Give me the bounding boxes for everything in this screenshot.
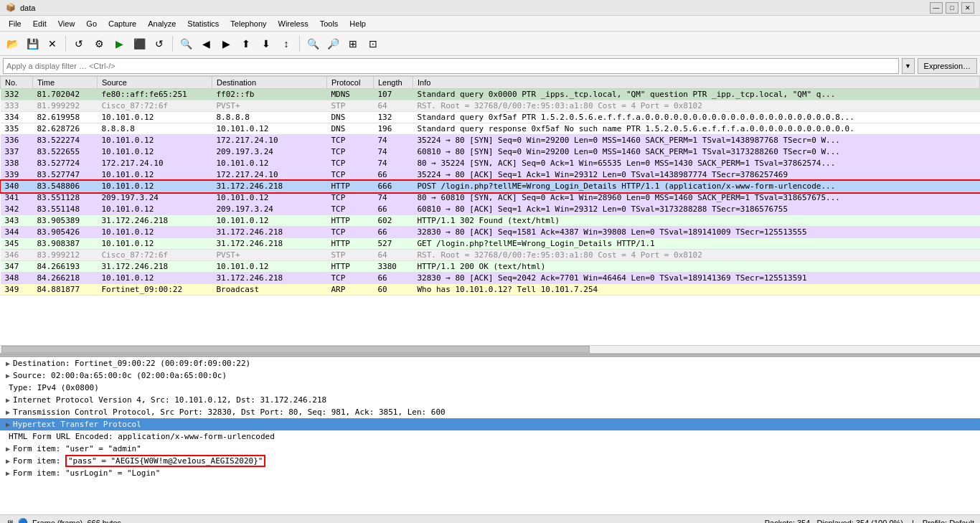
table-row[interactable]: 34283.55114810.101.0.12209.197.3.24TCP66… xyxy=(1,204,980,215)
menubar: FileEditViewGoCaptureAnalyzeStatisticsTe… xyxy=(0,16,980,32)
go-last-button[interactable]: ⬇ xyxy=(257,34,275,53)
detail-arrow: ▶ xyxy=(6,469,10,477)
col-header-info: Info xyxy=(413,77,980,89)
table-row[interactable]: 34683.999212Cisco_87:72:6fPVST+STP64RST.… xyxy=(1,250,980,261)
find-button[interactable]: 🔍 xyxy=(176,34,195,53)
detail-arrow: ▶ xyxy=(6,396,10,404)
packet-tbody: 33281.702042fe80::aff:fe65:251ff02::fbMD… xyxy=(1,89,980,296)
menu-item-tools[interactable]: Tools xyxy=(314,16,344,32)
table-row[interactable]: 33281.702042fe80::aff:fe65:251ff02::fbMD… xyxy=(1,89,980,100)
expression-button[interactable]: Expression… xyxy=(918,58,977,74)
open-button[interactable]: 📂 xyxy=(3,34,22,53)
horizontal-scrollbar[interactable] xyxy=(0,345,980,354)
detail-item[interactable]: ▶Source: 02:00:0a:65:00:0c (02:00:0a:65:… xyxy=(0,369,980,382)
menu-item-file[interactable]: File xyxy=(3,16,27,32)
menu-item-wireless[interactable]: Wireless xyxy=(273,16,314,32)
table-row[interactable]: 34483.90542610.101.0.1231.172.246.218TCP… xyxy=(1,227,980,238)
detail-text: Form item: "usrLogin" = "Login" xyxy=(13,468,160,478)
detail-text: Internet Protocol Version 4, Src: 10.101… xyxy=(13,395,326,405)
table-row[interactable]: 34083.54880610.101.0.1231.172.246.218HTT… xyxy=(1,181,980,192)
app-icon: 📦 xyxy=(6,3,16,12)
detail-item[interactable]: ▶Form item: "user" = "admin" xyxy=(0,443,980,455)
titlebar-left: 📦 data xyxy=(6,3,35,12)
detail-text: Type: IPv4 (0x0800) xyxy=(9,383,99,392)
table-row[interactable]: 34784.26619331.172.246.21810.101.0.12HTT… xyxy=(1,261,980,273)
detail-text: Source: 02:00:0a:65:00:0c (02:00:0a:65:0… xyxy=(13,371,227,380)
detail-item[interactable]: ▶Hypertext Transfer Protocol xyxy=(0,418,980,430)
detail-text: Hypertext Transfer Protocol xyxy=(13,420,141,429)
next-button[interactable]: ▶ xyxy=(217,34,235,53)
start-capture-button[interactable]: ▶ xyxy=(110,34,128,53)
menu-item-edit[interactable]: Edit xyxy=(27,16,52,32)
table-row[interactable]: 33783.52265510.101.0.12209.197.3.24TCP74… xyxy=(1,146,980,158)
col-header-no: No. xyxy=(1,77,33,89)
detail-arrow: ▶ xyxy=(6,445,10,453)
toolbar-sep-2 xyxy=(172,36,173,52)
packet-table: No. Time Source Destination Protocol Len… xyxy=(0,76,980,296)
prev-button[interactable]: ◀ xyxy=(197,34,215,53)
detail-item[interactable]: ▶Destination: Fortinet_09:00:22 (00:09:0… xyxy=(0,357,980,369)
col-header-time: Time xyxy=(33,77,98,89)
packet-scroll[interactable]: No. Time Source Destination Protocol Len… xyxy=(0,76,980,345)
zoom-out-button[interactable]: 🔎 xyxy=(324,34,342,53)
titlebar-controls: — □ ✕ xyxy=(930,2,974,14)
restart-capture-button[interactable]: ↺ xyxy=(150,34,169,53)
capture-options-button[interactable]: ⚙ xyxy=(90,34,108,53)
stop-capture-button[interactable]: ⬛ xyxy=(130,34,149,53)
reload-button[interactable]: ↺ xyxy=(70,34,88,53)
table-row[interactable]: 33883.527724172.217.24.1010.101.0.12TCP7… xyxy=(1,158,980,169)
menu-item-telephony[interactable]: Telephony xyxy=(225,16,272,32)
menu-item-capture[interactable]: Capture xyxy=(103,16,142,32)
status-profile: Profile: Default xyxy=(923,519,974,524)
col-header-dst: Destination xyxy=(212,77,327,89)
col-header-proto: Protocol xyxy=(327,77,374,89)
close-button[interactable]: ✕ xyxy=(961,2,974,14)
table-row[interactable]: 33983.52774710.101.0.12172.217.24.10TCP6… xyxy=(1,169,980,181)
table-row[interactable]: 33482.61995810.101.0.128.8.8.8DNS132Stan… xyxy=(1,112,980,123)
detail-text: Form item: "pass" = "AEGIS{W0W!m@2ve1ous… xyxy=(13,456,265,466)
status-packets-info: Packets: 354 · Displayed: 354 (100.0%) xyxy=(765,519,903,524)
status-separator: | xyxy=(912,519,914,524)
table-row[interactable]: 33381.999292Cisco_87:72:6fPVST+STP64RST.… xyxy=(1,100,980,112)
menu-item-view[interactable]: View xyxy=(52,16,81,32)
detail-text: Destination: Fortinet_09:00:22 (00:09:0f… xyxy=(13,359,250,368)
menu-item-go[interactable]: Go xyxy=(80,16,103,32)
packet-header: No. Time Source Destination Protocol Len… xyxy=(1,77,980,89)
detail-text: Transmission Control Protocol, Src Port:… xyxy=(13,407,446,417)
detail-arrow: ▶ xyxy=(6,359,10,367)
status-left: 🖥 🔵 Frame (frame), 666 bytes xyxy=(6,518,121,523)
table-row[interactable]: 34583.90838710.101.0.1231.172.246.218HTT… xyxy=(1,238,980,250)
table-row[interactable]: 34884.26621810.101.0.1231.172.246.218TCP… xyxy=(1,273,980,284)
save-button[interactable]: 💾 xyxy=(23,34,42,53)
menu-item-help[interactable]: Help xyxy=(344,16,372,32)
status-icon1: 🖥 xyxy=(6,519,14,524)
status-right: Packets: 354 · Displayed: 354 (100.0%) |… xyxy=(765,519,974,524)
menu-item-analyze[interactable]: Analyze xyxy=(142,16,182,32)
table-row[interactable]: 33683.52227410.101.0.12172.217.24.10TCP7… xyxy=(1,135,980,146)
table-row[interactable]: 34984.881877Fortinet_09:00:22BroadcastAR… xyxy=(1,284,980,296)
detail-item[interactable]: ▶Internet Protocol Version 4, Src: 10.10… xyxy=(0,394,980,406)
close-capture-button[interactable]: ✕ xyxy=(43,34,62,53)
detail-item[interactable]: ▶Transmission Control Protocol, Src Port… xyxy=(0,406,980,418)
filter-dropdown-button[interactable]: ▼ xyxy=(902,58,915,74)
table-row[interactable]: 34183.551128209.197.3.2410.101.0.12TCP74… xyxy=(1,192,980,204)
resize-columns-button[interactable]: ⊡ xyxy=(364,34,382,53)
detail-item[interactable]: ▶Form item: "pass" = "AEGIS{W0W!m@2ve1ou… xyxy=(0,455,980,467)
table-row[interactable]: 34383.90538931.172.246.21810.101.0.12HTT… xyxy=(1,215,980,227)
detail-item[interactable]: Type: IPv4 (0x0800) xyxy=(0,382,980,394)
zoom-in-button[interactable]: 🔍 xyxy=(303,34,322,53)
normal-size-button[interactable]: ⊞ xyxy=(344,34,362,53)
toolbar: 📂 💾 ✕ ↺ ⚙ ▶ ⬛ ↺ 🔍 ◀ ▶ ⬆ ⬇ ↕ 🔍 🔎 ⊞ ⊡ xyxy=(0,32,980,56)
detail-arrow: ▶ xyxy=(6,457,10,465)
detail-arrow: ▶ xyxy=(6,372,10,380)
filterbar: ▼ Expression… xyxy=(0,56,980,76)
filter-input[interactable] xyxy=(3,58,899,74)
go-first-button[interactable]: ⬆ xyxy=(237,34,255,53)
detail-item[interactable]: ▶Form item: "usrLogin" = "Login" xyxy=(0,467,980,479)
go-packet-button[interactable]: ↕ xyxy=(277,34,296,53)
table-row[interactable]: 33582.6287268.8.8.810.101.0.12DNS196Stan… xyxy=(1,123,980,135)
menu-item-statistics[interactable]: Statistics xyxy=(182,16,225,32)
detail-item[interactable]: HTML Form URL Encoded: application/x-www… xyxy=(0,430,980,443)
maximize-button[interactable]: □ xyxy=(946,2,958,14)
minimize-button[interactable]: — xyxy=(930,2,943,14)
